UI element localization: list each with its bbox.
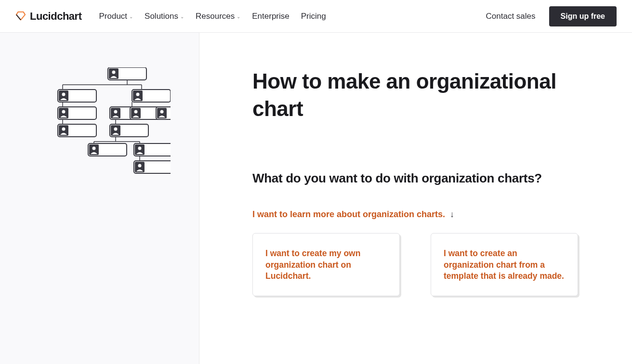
learn-more-text: I want to learn more about organization … — [252, 209, 445, 220]
chevron-down-icon: ⌄ — [180, 14, 184, 19]
option-cards: I want to create my own organization cha… — [252, 233, 579, 296]
card-text: I want to create an organization chart f… — [444, 248, 565, 282]
nav-enterprise[interactable]: Enterprise — [252, 12, 289, 21]
brand-name: Lucidchart — [30, 10, 81, 23]
contact-sales-link[interactable]: Contact sales — [486, 12, 536, 21]
nav-resources[interactable]: Resources ⌄ — [196, 12, 240, 21]
arrow-down-icon: ↓ — [450, 209, 454, 220]
lucidchart-logo-icon — [15, 11, 26, 22]
nav-pricing[interactable]: Pricing — [301, 12, 326, 21]
nav-label: Resources — [196, 12, 235, 21]
main-nav: Product ⌄ Solutions ⌄ Resources ⌄ Enterp… — [99, 12, 486, 21]
nav-product[interactable]: Product ⌄ — [99, 12, 133, 21]
sidebar — [0, 33, 199, 364]
org-chart-illustration — [29, 67, 171, 178]
nav-label: Pricing — [301, 12, 326, 21]
learn-more-link[interactable]: I want to learn more about organization … — [252, 209, 579, 220]
section-subtitle: What do you want to do with organization… — [252, 170, 570, 186]
page-content: How to make an organizational chart What… — [0, 33, 632, 364]
page-title: How to make an organizational chart — [252, 67, 561, 122]
main-area: How to make an organizational chart What… — [199, 33, 632, 364]
nav-solutions[interactable]: Solutions ⌄ — [145, 12, 184, 21]
card-create-own[interactable]: I want to create my own organization cha… — [252, 233, 400, 296]
site-header: Lucidchart Product ⌄ Solutions ⌄ Resourc… — [0, 0, 632, 33]
nav-label: Enterprise — [252, 12, 289, 21]
card-text: I want to create my own organization cha… — [265, 248, 387, 282]
chevron-down-icon: ⌄ — [237, 14, 240, 19]
card-from-template[interactable]: I want to create an organization chart f… — [431, 233, 578, 296]
nav-label: Solutions — [145, 12, 178, 21]
brand-logo[interactable]: Lucidchart — [15, 10, 81, 23]
header-actions: Contact sales Sign up free — [486, 6, 617, 26]
chevron-down-icon: ⌄ — [129, 14, 133, 19]
nav-label: Product — [99, 12, 127, 21]
signup-button[interactable]: Sign up free — [549, 6, 617, 26]
